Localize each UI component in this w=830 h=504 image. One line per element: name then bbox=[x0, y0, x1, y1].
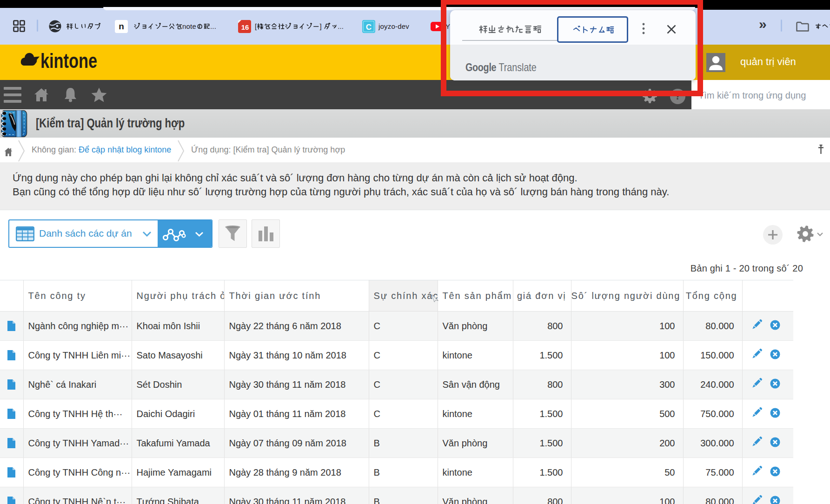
svg-text:16: 16 bbox=[241, 23, 249, 31]
svg-text:C: C bbox=[366, 23, 372, 32]
